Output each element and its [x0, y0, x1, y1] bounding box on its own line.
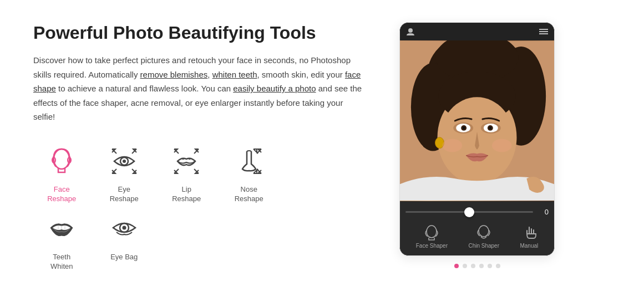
face-shaper-icon	[423, 225, 440, 240]
svg-point-47	[479, 226, 489, 237]
svg-point-46	[427, 226, 437, 238]
svg-point-44	[442, 139, 462, 152]
tool-lip-reshape[interactable]: LipReshape	[158, 142, 215, 204]
tools-grid-row1: FaceReshape	[33, 142, 277, 204]
pagination-dots	[399, 264, 555, 268]
face-photo-svg	[400, 40, 554, 201]
profile-icon	[405, 27, 415, 37]
svg-point-45	[492, 139, 512, 152]
tool-nose-reshape[interactable]: NoseReshape	[221, 142, 278, 204]
svg-point-39	[463, 126, 465, 129]
desc-text3: , smooth skin, edit your	[257, 70, 345, 79]
eye-bag-label: Eye Bag	[110, 253, 138, 262]
settings-icon	[539, 27, 549, 37]
face-reshape-label: FaceReshape	[47, 185, 76, 204]
phone-photo	[400, 40, 554, 201]
svg-point-42	[489, 126, 491, 129]
description-text: Discover how to take perfect pictures an…	[33, 53, 366, 124]
svg-rect-24	[539, 31, 548, 32]
beautify-photo-link[interactable]: easily beautify a photo	[233, 84, 316, 93]
chin-shaper-label: Chin Shaper	[468, 243, 499, 249]
pagination-dot-2[interactable]	[463, 264, 467, 268]
pagination-dot-4[interactable]	[479, 264, 484, 268]
nose-reshape-label: NoseReshape	[235, 185, 263, 204]
slider-row: 0	[405, 208, 549, 216]
svg-point-22	[408, 28, 413, 33]
svg-rect-23	[539, 29, 548, 30]
pagination-dot-1[interactable]	[454, 264, 459, 268]
tool-eye-reshape[interactable]: EyeReshape	[96, 142, 153, 204]
phone-frame: 0 Face Shaper	[399, 22, 555, 256]
eye-bag-icon	[105, 209, 144, 248]
remove-blemishes-link[interactable]: remove blemishes	[140, 70, 208, 79]
face-reshape-icon	[42, 142, 81, 181]
slider-thumb	[464, 207, 474, 217]
right-panel: 0 Face Shaper	[399, 22, 555, 268]
nose-reshape-icon	[230, 142, 268, 181]
chin-shaper-icon	[475, 225, 493, 240]
bottom-tool-face-shaper[interactable]: Face Shaper	[416, 225, 448, 249]
tool-eye-bag[interactable]: Eye Bag	[96, 209, 153, 272]
page-title: Powerful Photo Beautifying Tools	[33, 22, 366, 43]
eye-reshape-label: EyeReshape	[110, 185, 139, 204]
bottom-tools-row: Face Shaper Chin Shaper	[405, 223, 549, 251]
svg-rect-25	[539, 33, 548, 34]
phone-controls: 0 Face Shaper	[400, 201, 554, 255]
face-shaper-label: Face Shaper	[416, 243, 448, 249]
slider-track[interactable]	[405, 211, 533, 213]
tools-grid-row2: TeethWhiten Eye Bag	[33, 209, 277, 272]
eye-reshape-icon	[105, 142, 144, 181]
manual-label: Manual	[520, 243, 538, 249]
pagination-dot-5[interactable]	[488, 264, 492, 268]
pagination-dot-6[interactable]	[496, 264, 500, 268]
left-content: Powerful Photo Beautifying Tools Discove…	[33, 22, 366, 271]
bottom-tool-manual[interactable]: Manual	[520, 225, 538, 249]
whiten-teeth-link[interactable]: whiten teeth	[212, 70, 257, 79]
svg-point-8	[123, 160, 126, 163]
pagination-dot-3[interactable]	[471, 264, 475, 268]
desc-text2: ,	[207, 70, 212, 79]
bottom-tool-chin-shaper[interactable]: Chin Shaper	[468, 225, 499, 249]
desc-text4: to achieve a natural and flawless look. …	[56, 84, 233, 93]
phone-header	[400, 23, 554, 40]
svg-point-0	[54, 149, 69, 169]
teeth-whiten-label: TeethWhiten	[50, 253, 73, 272]
teeth-whiten-icon	[42, 209, 81, 248]
lip-reshape-icon	[167, 142, 206, 181]
tool-teeth-whiten[interactable]: TeethWhiten	[33, 209, 90, 272]
lip-reshape-label: LipReshape	[172, 185, 201, 204]
manual-icon	[520, 225, 538, 240]
tool-face-reshape[interactable]: FaceReshape	[33, 142, 90, 204]
slider-value: 0	[537, 208, 549, 216]
svg-point-21	[122, 226, 126, 229]
